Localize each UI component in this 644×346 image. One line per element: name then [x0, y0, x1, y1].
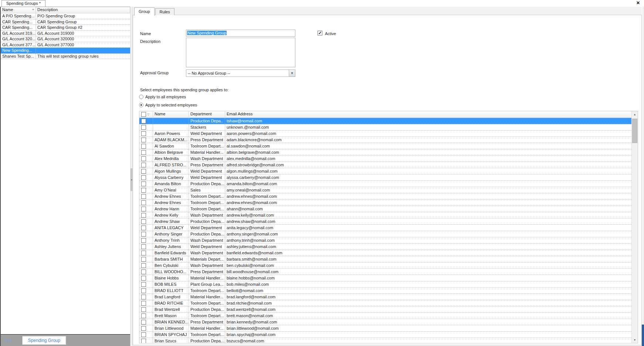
employee-row[interactable]: Andrew HannToolroom Depart...ahann@nomai… — [139, 206, 631, 212]
employee-table-scrollbar[interactable]: ▲ ▼ — [631, 111, 638, 343]
employee-checkbox[interactable] — [141, 207, 146, 211]
employee-row[interactable]: Andrew EhnesToolroom Depart...andrew.ehn… — [139, 200, 631, 206]
employee-checkbox[interactable] — [141, 131, 146, 136]
employee-checkbox[interactable] — [141, 257, 146, 262]
employee-row[interactable]: BRAD ELLIOTTToolroom Depart...belliott@n… — [139, 288, 631, 294]
spending-group-row[interactable]: A P/O Spending...P/O Spending Group — [1, 13, 130, 19]
employee-checkbox[interactable] — [141, 238, 146, 243]
spending-group-row[interactable]: Shanes Test Sp...This will test spending… — [1, 54, 130, 60]
employee-checkbox[interactable] — [141, 301, 146, 306]
employee-checkbox[interactable] — [141, 332, 146, 337]
description-input[interactable] — [186, 38, 295, 67]
employee-checkbox[interactable] — [141, 320, 146, 325]
employee-column-header-email[interactable]: Email Address — [225, 111, 631, 118]
employee-row[interactable]: Ben CybulskiWash Departmentben.cybulski@… — [139, 262, 631, 269]
column-header-name[interactable]: Name ▲ — [1, 7, 36, 13]
employee-row[interactable]: BOB MILESPlant Group Lea...bob.miles@nom… — [139, 281, 631, 288]
employee-row[interactable]: Production Depa..tshaw@nomail.com — [139, 118, 631, 124]
employee-row[interactable]: Barbara SMITHMaterials Depart...barbara.… — [139, 256, 631, 262]
employee-checkbox[interactable] — [141, 163, 146, 167]
employee-checkbox[interactable] — [141, 269, 146, 274]
employee-row[interactable]: Brad WentzellProduction Depa...brad.went… — [139, 306, 631, 313]
approval-group-select[interactable]: -- No Approval Group -- ▼ — [186, 69, 295, 77]
employee-checkbox[interactable] — [141, 225, 146, 230]
employee-row[interactable]: Amanda BiltonProduction Depa...amanda.bi… — [139, 181, 631, 187]
spending-group-row[interactable]: CAR Spending...CAR Spending Group #2 — [1, 25, 130, 31]
employee-row[interactable]: Alyssa CarberryWeld Departmentalyssa.car… — [139, 174, 631, 181]
chevron-down-icon[interactable]: ▼ — [289, 70, 295, 77]
employee-checkbox[interactable] — [141, 144, 146, 149]
employee-row[interactable]: Brian LittlewoodMaterial Handler...brian… — [139, 325, 631, 332]
spending-group-row[interactable]: G/L Account 320...G/L Account 320000 — [1, 36, 130, 42]
employee-column-header-department[interactable]: Department — [189, 111, 225, 118]
radio-apply-selected[interactable] — [139, 103, 143, 107]
employee-checkbox[interactable] — [141, 313, 146, 318]
employee-row[interactable]: ANITA LEGACYWeld Departmentanita.legacy@… — [139, 225, 631, 231]
close-icon[interactable]: ✕ — [635, 0, 641, 6]
employee-row[interactable]: BRAD RITCHIEToolroom Depart...brad.ritch… — [139, 300, 631, 306]
employee-checkbox[interactable] — [141, 244, 146, 249]
employee-checkbox[interactable] — [141, 282, 146, 287]
employee-checkbox[interactable] — [141, 307, 146, 312]
employee-row[interactable]: Alex MednillaWash Departmentalex.mednill… — [139, 156, 631, 162]
employee-checkbox[interactable] — [141, 169, 146, 174]
employee-checkbox[interactable] — [141, 200, 146, 205]
employee-checkbox[interactable] — [141, 156, 146, 161]
employee-checkbox[interactable] — [141, 219, 146, 224]
employee-checkbox[interactable] — [141, 295, 146, 299]
employee-checkbox[interactable] — [141, 188, 146, 193]
panel-splitter[interactable]: ◄ — [130, 7, 133, 346]
spending-group-row[interactable]: G/L Account 377...G/L Account 377000 — [1, 42, 130, 48]
employee-checkbox[interactable] — [141, 288, 146, 293]
employee-checkbox[interactable] — [141, 232, 146, 237]
employee-row[interactable]: BRIAN SPYCHAJToolroom Depart...brian.spy… — [139, 332, 631, 338]
employee-checkbox[interactable] — [141, 213, 146, 218]
scroll-down-icon[interactable]: ▼ — [632, 337, 638, 343]
employee-row[interactable]: Blaine HobbsMaterial Handler...blaine.ho… — [139, 275, 631, 281]
employee-row[interactable]: Algon MullingsWeld Departmentalgon.mulli… — [139, 168, 631, 174]
scroll-up-icon[interactable]: ▲ — [632, 111, 638, 118]
employee-checkbox[interactable] — [141, 119, 146, 123]
spending-group-row[interactable]: G/L Account 319...G/L Account 319000 — [1, 31, 130, 37]
filter-icon[interactable]: ▽ — [147, 113, 149, 116]
employee-checkbox[interactable] — [141, 339, 146, 343]
employee-row[interactable]: Banfield EdwardsWash Departmentbanfield.… — [139, 250, 631, 256]
employee-checkbox[interactable] — [141, 251, 146, 255]
employee-row[interactable]: Albion BelgraveMaterial Handler...albion… — [139, 149, 631, 156]
employee-row[interactable]: Ashley JuttensWeld Departmentashley.jutt… — [139, 244, 631, 250]
add-link[interactable]: Add ... — [4, 338, 16, 343]
employee-row[interactable]: Amy O'NealSalesamy.oneal@nomail.com — [139, 187, 631, 193]
employee-row[interactable]: Brett MasonToolroom Depart...brett.mason… — [139, 313, 631, 319]
employee-row[interactable]: ALFRED STRO...Press Departmentalfred.str… — [139, 162, 631, 168]
employee-row[interactable]: Andrew ShawProduction Depa...andrew.shaw… — [139, 218, 631, 225]
spending-group-button[interactable]: Spending Group — [22, 336, 66, 345]
employee-column-header-name[interactable]: Name — [153, 111, 189, 118]
employee-checkbox[interactable] — [141, 263, 146, 268]
employee-row[interactable]: ADAM BLACKM...Press Departmentadam.black… — [139, 137, 631, 143]
employee-row[interactable]: Al SawdonToolroom Depart...al.sawdon@nom… — [139, 143, 631, 149]
employee-row[interactable]: BRIAN KENNED...Press Departmentbrian.ken… — [139, 319, 631, 325]
employee-row[interactable]: BILL WOODHO...Press Departmentbill.woodh… — [139, 269, 631, 275]
splitter-collapse-handle[interactable]: ◄ — [131, 168, 132, 191]
employee-checkbox[interactable] — [141, 150, 146, 155]
employee-row[interactable]: Brad LangfordMaterial Handler...brad.lan… — [139, 294, 631, 300]
tab-rules[interactable]: Rules — [155, 8, 174, 15]
spending-group-row[interactable]: CAR Spending...CAR Spending Group — [1, 19, 130, 25]
active-checkbox[interactable]: ✓ — [318, 31, 322, 35]
employee-row[interactable]: Anthony SingerProduction Depa...anthony.… — [139, 231, 631, 237]
employee-row[interactable]: Brian SzucsProduction Depa...bszucs@noma… — [139, 338, 631, 343]
employee-checkbox[interactable] — [141, 138, 146, 142]
employee-checkbox[interactable] — [141, 326, 146, 331]
employee-row[interactable]: Andrew KellyWash Departmentandrew.kelly@… — [139, 212, 631, 218]
select-all-checkbox[interactable] — [141, 112, 146, 117]
document-tab-spending-groups[interactable]: Spending Groups * — [1, 0, 45, 7]
employee-checkbox[interactable] — [141, 182, 146, 186]
radio-apply-all[interactable] — [139, 95, 143, 99]
employee-checkbox[interactable] — [141, 175, 146, 180]
employee-checkbox[interactable] — [141, 125, 146, 130]
name-input[interactable]: New Spending Group — [186, 30, 295, 37]
tab-group[interactable]: Group — [134, 7, 155, 16]
employee-checkbox[interactable] — [141, 194, 146, 199]
employee-row[interactable]: Aaron PowersWeld Departmentaaron.powers@… — [139, 130, 631, 137]
spending-group-row[interactable]: New Spending... — [1, 48, 130, 54]
